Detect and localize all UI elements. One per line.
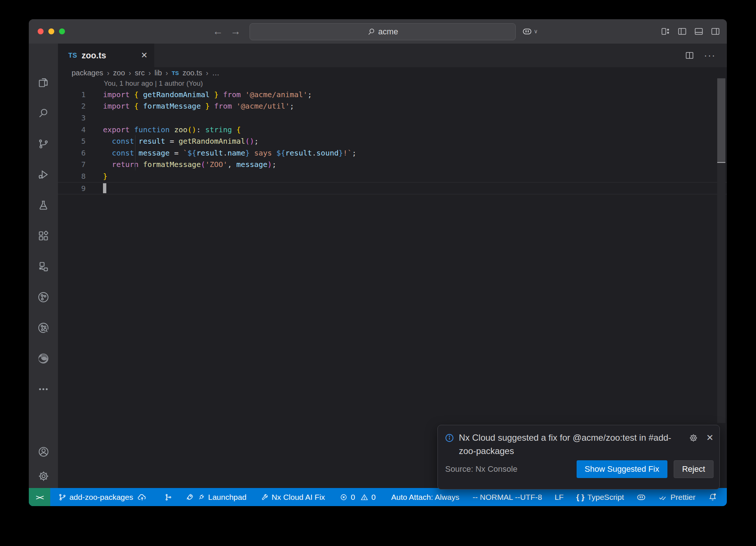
breadcrumb-item[interactable]: zoo [113, 69, 125, 77]
tab-label: zoo.ts [82, 51, 106, 61]
code-line[interactable]: 9 [58, 182, 727, 195]
auto-attach-item[interactable]: Auto Attach: Always [391, 493, 459, 502]
command-center-search[interactable]: acme [250, 23, 516, 40]
line-number: 1 [58, 90, 86, 99]
code-line[interactable]: 1import { getRandomAnimal } from '@acme/… [58, 89, 727, 100]
text-cursor [103, 183, 106, 193]
nx-cloud-fix-item[interactable]: Nx Cloud AI Fix [261, 493, 325, 502]
notification-settings-gear-icon[interactable] [689, 433, 698, 443]
show-suggested-fix-button[interactable]: Show Suggested Fix [577, 460, 667, 478]
customize-layout-icon[interactable] [661, 27, 670, 36]
close-tab-icon[interactable]: ✕ [141, 51, 148, 60]
copilot-status-icon[interactable] [636, 492, 646, 502]
line-number: 5 [58, 137, 86, 146]
publish-cloud-icon [138, 493, 147, 502]
vscode-window: ← → acme ∨ [29, 19, 727, 506]
launchpad-label: Launchpad [208, 493, 247, 502]
chevron-down-icon[interactable]: ∨ [534, 28, 538, 35]
toggle-panel-icon[interactable] [694, 27, 704, 36]
source-control-icon[interactable] [29, 129, 58, 159]
explorer-icon[interactable] [29, 67, 58, 98]
code-line[interactable]: 5 const result = getRandomAnimal(); [58, 135, 727, 147]
typescript-file-icon: TS [172, 70, 179, 76]
tab-zoo-ts[interactable]: TS zoo.ts ✕ [58, 44, 154, 67]
breadcrumb-item[interactable]: lib [155, 69, 162, 77]
line-number: 4 [58, 125, 86, 134]
error-count: 0 [351, 493, 355, 502]
line-number: 9 [58, 184, 86, 193]
reject-button[interactable]: Reject [674, 460, 714, 478]
forward-button[interactable]: → [230, 25, 241, 37]
close-window-button[interactable] [38, 28, 44, 34]
git-graph-item[interactable] [164, 493, 172, 501]
copilot-icon[interactable] [522, 26, 532, 37]
code-line[interactable]: 8} [58, 170, 727, 182]
remote-indicator[interactable]: >< [29, 488, 50, 506]
tab-bar: TS zoo.ts ✕ ··· [58, 44, 727, 67]
vim-mode-item[interactable]: -- NORMAL -- [472, 493, 520, 502]
run-debug-icon[interactable] [29, 159, 58, 190]
settings-gear-icon[interactable] [38, 470, 49, 482]
breadcrumb-separator: › [166, 69, 168, 77]
notification-close-icon[interactable]: ✕ [706, 433, 714, 443]
indent-guide [135, 135, 135, 170]
line-number: 8 [58, 172, 86, 181]
testing-icon[interactable] [29, 190, 58, 221]
code-lines: 1import { getRandomAnimal } from '@acme/… [58, 89, 727, 194]
notifications-bell-icon[interactable] [708, 492, 717, 502]
toggle-primary-sidebar-icon[interactable] [677, 27, 687, 36]
toggle-secondary-sidebar-icon[interactable] [711, 27, 720, 36]
editor-scrollbar[interactable] [717, 78, 725, 423]
breadcrumb-separator: › [148, 69, 151, 77]
more-views-icon[interactable] [29, 374, 58, 405]
breadcrumb-file[interactable]: zoo.ts [182, 69, 202, 77]
extensions-icon[interactable] [29, 221, 58, 251]
notification-message: Nx Cloud suggested a fix for @acme/zoo:t… [459, 431, 684, 458]
formatter-item[interactable]: Prettier [659, 493, 695, 502]
branch-icon [58, 493, 66, 501]
minimize-window-button[interactable] [48, 28, 54, 34]
rocket-icon [186, 493, 194, 501]
account-icon[interactable] [38, 446, 49, 458]
edge-devtools-icon[interactable] [29, 343, 58, 374]
maximize-window-button[interactable] [59, 28, 65, 34]
language-item[interactable]: { } TypeScript [576, 493, 624, 502]
code-line[interactable]: 6 const message = `${result.name} says $… [58, 147, 727, 159]
info-icon [444, 431, 454, 443]
launchpad-item[interactable]: Launchpad [186, 493, 247, 502]
breadcrumb-item[interactable]: packages [72, 69, 103, 77]
plug-icon [197, 493, 205, 501]
line-number: 6 [58, 149, 86, 157]
nx-cloud-icon[interactable] [29, 313, 58, 343]
search-view-icon[interactable] [29, 98, 58, 129]
encoding-item[interactable]: UTF-8 [520, 493, 542, 502]
status-bar: >< add-zoo-packages [29, 488, 727, 506]
problems-item[interactable]: 0 0 [340, 493, 375, 502]
window-controls [38, 28, 65, 34]
eol-item[interactable]: LF [554, 493, 564, 502]
scrollbar-slider[interactable] [717, 78, 725, 161]
wrench-icon [261, 493, 269, 501]
nx-console-icon[interactable] [29, 282, 58, 313]
code-line[interactable]: 4export function zoo(): string { [58, 124, 727, 136]
project-structure-icon[interactable] [29, 251, 58, 282]
line-number: 7 [58, 160, 86, 169]
code-line[interactable]: 7 return formatMessage('ZOO', message); [58, 159, 727, 171]
code-line[interactable]: 3 [58, 112, 727, 124]
split-editor-icon[interactable] [685, 51, 694, 60]
line-number: 2 [58, 102, 86, 110]
warning-count: 0 [371, 493, 376, 502]
notification-toast: Nx Cloud suggested a fix for @acme/zoo:t… [437, 425, 720, 489]
breadcrumb-separator: › [129, 69, 131, 77]
branch-label: add-zoo-packages [69, 493, 133, 502]
breadcrumb-item[interactable]: src [135, 69, 145, 77]
code-line[interactable]: 2import { formatMessage } from '@acme/ut… [58, 100, 727, 112]
breadcrumbs: packages › zoo › src › lib › TS zoo.ts ›… [58, 67, 727, 78]
git-graph-icon [164, 493, 172, 501]
line-number: 3 [58, 113, 86, 122]
breadcrumb-symbol-ellipsis[interactable]: … [212, 69, 219, 77]
back-button[interactable]: ← [213, 25, 223, 37]
breadcrumb-separator: › [206, 69, 209, 77]
git-blame-annotation: You, 1 hour ago | 1 author (You) [58, 78, 727, 89]
git-branch-item[interactable]: add-zoo-packages [58, 493, 147, 502]
